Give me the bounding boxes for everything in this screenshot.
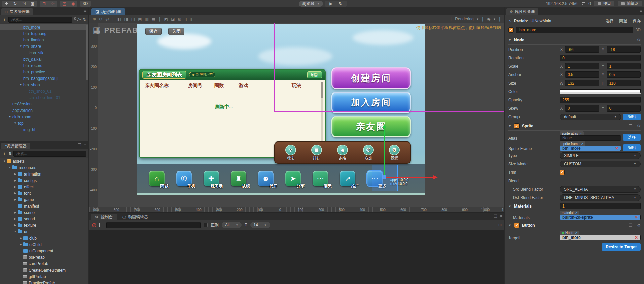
asset-tree-item[interactable]: ▶ scene: [0, 209, 88, 216]
expand-arrow-icon[interactable]: ▶: [13, 211, 18, 214]
hierarchy-scrollbar[interactable]: [86, 25, 88, 80]
hierarchy-tree-item[interactable]: ctn_shop_line_01: [0, 94, 88, 101]
scene-tool-icon[interactable]: ▯: [190, 17, 192, 21]
gizmo-x-arrow[interactable]: [385, 177, 436, 178]
assets-search-input[interactable]: 搜索...: [13, 151, 86, 157]
asset-tree-item[interactable]: ▶ sound: [0, 216, 88, 222]
gizmo-center-handle[interactable]: [382, 175, 386, 179]
rotation-input[interactable]: 0: [560, 55, 641, 61]
copy-component-icon[interactable]: ❐: [629, 124, 632, 128]
asset-tree-item[interactable]: ▼ resources: [0, 164, 88, 171]
add-asset-button[interactable]: +: [2, 151, 7, 156]
hierarchy-tree-item[interactable]: appVersion: [0, 107, 88, 114]
resize-to-target-button[interactable]: Resize to Target: [602, 243, 641, 251]
collapse-arrow-icon[interactable]: ▼: [508, 124, 512, 128]
scene-tool-icon[interactable]: ◎: [105, 17, 109, 21]
tab-scene-editor[interactable]: ◪ 场景编辑器: [91, 8, 125, 15]
prefab-select-button[interactable]: 选择: [606, 18, 614, 24]
sprite-enabled-checkbox[interactable]: ✓: [514, 123, 520, 129]
tab-animation-editor[interactable]: ◷ 动画编辑器: [118, 214, 152, 220]
asset-tree-item[interactable]: ▶ effect: [0, 184, 88, 190]
game-bottom-icon[interactable]: ♜ 战绩: [229, 169, 248, 188]
scene-tool-icon[interactable]: ⊕: [93, 17, 96, 21]
gear-icon[interactable]: ⚙: [637, 124, 641, 128]
hierarchy-tree-item[interactable]: ▼ btn_share: [0, 43, 88, 50]
tab-hierarchy[interactable]: ⊟ 层级管理器: [1, 8, 33, 15]
asset-tree-item[interactable]: ▶ font: [0, 190, 88, 196]
refresh-room-list-button[interactable]: 刷新: [307, 71, 322, 78]
game-bottom-icon[interactable]: ➤ 分享: [284, 169, 302, 188]
scale-y-input[interactable]: 1: [607, 63, 641, 69]
position-x-input[interactable]: -66: [565, 46, 599, 53]
scene-tool-icon[interactable]: │: [158, 17, 161, 21]
button-section-header[interactable]: ▼ ✓ Button ❐ ⚙: [508, 221, 641, 230]
scene-tool-icon[interactable]: ◪: [171, 17, 175, 21]
position-y-input[interactable]: -18: [607, 46, 641, 53]
hierarchy-tree-item[interactable]: btn_practice: [0, 69, 88, 75]
node-name-input[interactable]: btn_more: [516, 27, 633, 33]
gizmo-y-arrow[interactable]: [384, 126, 385, 177]
tab-console[interactable]: ≫ 控制台: [91, 214, 117, 220]
skew-y-input[interactable]: 0: [607, 105, 641, 112]
clear-console-button[interactable]: [92, 223, 96, 227]
hierarchy-tree-item[interactable]: btn_record: [0, 62, 88, 69]
asset-tree-item[interactable]: ▶ animation: [0, 171, 88, 177]
prefab-close-button[interactable]: 关闭: [168, 28, 184, 35]
utility-icon[interactable]: ≣ 排行: [311, 145, 322, 161]
scene-tool-icon[interactable]: ◩: [164, 17, 168, 21]
scene-tool-icon[interactable]: ◧: [117, 17, 121, 21]
game-bottom-icon[interactable]: ↗ 推广: [338, 169, 357, 188]
asset-tree-item[interactable]: ▼ assets: [0, 158, 88, 164]
asset-tree-item[interactable]: ▶ texture: [0, 222, 88, 228]
expand-arrow-icon[interactable]: ▼: [18, 83, 23, 86]
asset-tree-item[interactable]: giftPrefab: [0, 273, 88, 280]
regex-checkbox[interactable]: [204, 223, 208, 227]
asset-tree-item[interactable]: ▼ ui: [0, 228, 88, 235]
pivot-tool-button[interactable]: ⊹: [48, 1, 57, 7]
expand-arrow-icon[interactable]: ▶: [13, 224, 18, 227]
preview-target-dropdown[interactable]: 浏览器 ▼: [299, 1, 323, 7]
asset-tree-item[interactable]: PracticePrefab: [0, 280, 88, 284]
scene-tool-icon[interactable]: ▦: [152, 17, 155, 21]
expand-arrow-icon[interactable]: ▶: [13, 217, 18, 220]
open-project-button[interactable]: 项目: [594, 1, 614, 6]
utility-icon[interactable]: ⚙ 设置: [389, 145, 400, 161]
external-link-icon[interactable]: ↗: [575, 231, 577, 235]
open-log-file-button[interactable]: [99, 223, 103, 227]
panel-menu-icon[interactable]: ≡: [500, 214, 502, 219]
expand-arrow-icon[interactable]: ▶: [18, 243, 23, 246]
tab-assets[interactable]: 资源管理器: [1, 143, 30, 149]
refresh-icon[interactable]: ↻: [83, 17, 86, 22]
font-size-dropdown[interactable]: 14 ▼: [250, 222, 270, 228]
open-editor-button[interactable]: 编辑器: [618, 1, 642, 6]
collapse-arrow-icon[interactable]: ▼: [508, 204, 512, 208]
gizmo-tool-button[interactable]: ◰: [60, 1, 69, 7]
hierarchy-tree-item[interactable]: btn_tuiguang: [0, 30, 88, 37]
transform-tool-button[interactable]: ▣: [28, 1, 37, 7]
src-blend-dropdown[interactable]: SRC_ALPHA ▼: [560, 186, 641, 193]
clear-icon[interactable]: ✕: [635, 215, 638, 220]
gear-icon[interactable]: ⚙: [637, 38, 641, 42]
copy-component-icon[interactable]: ❐: [629, 223, 632, 228]
gear-icon[interactable]: ⚙: [637, 223, 641, 228]
collapse-arrow-icon[interactable]: ▼: [508, 224, 512, 227]
skew-x-input[interactable]: 0: [565, 105, 599, 112]
clear-icon[interactable]: ✕: [615, 146, 618, 151]
game-bottom-icon[interactable]: ✆ 手机: [175, 169, 193, 188]
scene-tool-icon[interactable]: ▤: [138, 17, 142, 21]
refresh-button[interactable]: ↻: [336, 1, 345, 6]
sprite-type-dropdown[interactable]: SIMPLE ▼: [560, 152, 641, 159]
expand-arrow-icon[interactable]: ▶: [13, 172, 18, 176]
atlas-input[interactable]: None: [560, 135, 621, 141]
hierarchy-tree-item[interactable]: btn_more: [0, 24, 88, 30]
size-h-input[interactable]: 110: [607, 80, 641, 86]
scene-tool-icon[interactable]: ◨: [124, 17, 128, 21]
search-icon[interactable]: [74, 17, 76, 20]
panel-menu-icon[interactable]: ≡: [84, 143, 86, 147]
materials-count-input[interactable]: 1: [560, 203, 641, 209]
panel-copy-icon[interactable]: ❐: [494, 214, 497, 219]
expand-arrow-icon[interactable]: ▶: [13, 185, 18, 188]
expand-arrow-icon[interactable]: ▼: [13, 230, 18, 233]
utility-icon[interactable]: ? 玩法: [285, 145, 296, 161]
expand-arrow-icon[interactable]: ▼: [18, 45, 23, 48]
